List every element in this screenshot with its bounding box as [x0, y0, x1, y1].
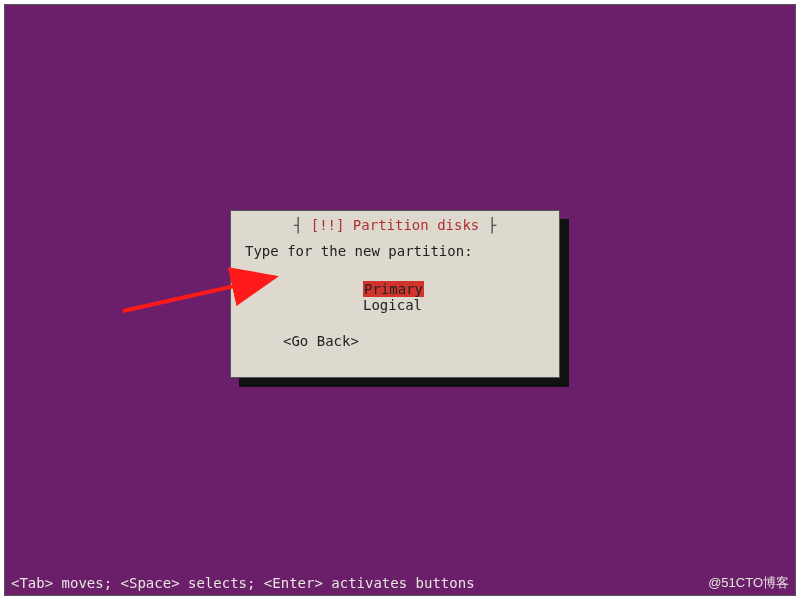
help-bar: <Tab> moves; <Space> selects; <Enter> ac…	[11, 575, 789, 591]
partition-type-options: Primary Logical	[363, 281, 424, 313]
dialog-title-row: ┤ [!!] Partition disks ├	[231, 217, 559, 233]
dialog-title: Partition disks	[353, 217, 479, 233]
go-back-button[interactable]: <Go Back>	[283, 333, 359, 349]
watermark: @51CTO博客	[708, 576, 789, 591]
title-dash-right: ├	[479, 217, 496, 233]
title-dash-left: ┤	[294, 217, 311, 233]
installer-screen: ┤ [!!] Partition disks ├ Type for the ne…	[4, 4, 796, 596]
dialog-title-prefix: [!!]	[311, 217, 345, 233]
partition-type-dialog: ┤ [!!] Partition disks ├ Type for the ne…	[230, 210, 560, 378]
option-logical[interactable]: Logical	[363, 297, 424, 313]
dialog-prompt: Type for the new partition:	[245, 243, 473, 259]
option-primary[interactable]: Primary	[363, 281, 424, 297]
help-text: <Tab> moves; <Space> selects; <Enter> ac…	[11, 575, 475, 591]
